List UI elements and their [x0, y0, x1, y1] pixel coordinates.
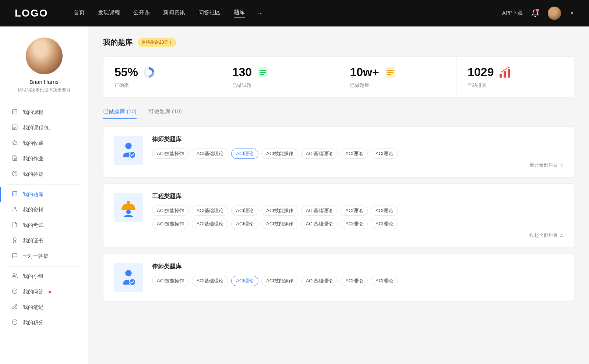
page-header: 我的题库 体验剩余23天！	[103, 38, 574, 47]
svg-rect-12	[13, 192, 17, 196]
sidebar-item-qa[interactable]: 我的答疑	[0, 167, 88, 182]
sidebar-item-coursepackage[interactable]: 我的课程包...	[0, 120, 88, 136]
svg-point-42	[125, 270, 131, 276]
tag-lawyer-1-0[interactable]: ACI技能操作	[152, 149, 189, 159]
stat-ranking-label: 全站排名	[468, 82, 563, 89]
tag-eng-r2-0[interactable]: ACI技能操作	[152, 219, 189, 229]
app-download-link[interactable]: APP下载	[502, 10, 523, 17]
sidebar-label-group: 我的小组	[23, 273, 43, 280]
tag-lawyer-1-5[interactable]: ACI理论	[341, 149, 368, 159]
tag-lawyer-2-4[interactable]: ACI基础理论	[301, 276, 338, 286]
sidebar-item-exam[interactable]: 我的考试	[0, 218, 88, 233]
nav-link-discover[interactable]: 发现课程	[98, 9, 120, 18]
user-name: Brian Harris	[29, 79, 59, 85]
stat-accuracy-top: 55%	[114, 65, 210, 79]
tag-lawyer-1-2[interactable]: ACI理论	[231, 149, 258, 159]
svg-rect-28	[260, 74, 264, 75]
tag-lawyer-1-1[interactable]: ACI基础理论	[192, 149, 229, 159]
svg-rect-26	[260, 70, 266, 71]
tag-eng-r1-0[interactable]: ACI技能操作	[152, 206, 189, 216]
tag-lawyer-1-4[interactable]: ACI基础理论	[301, 149, 338, 159]
qbank-body-lawyer-1: 律师类题库 ACI技能操作 ACI基础理论 ACI理论 ACI技能操作 ACI基…	[152, 136, 564, 168]
nav-link-qa[interactable]: 问答社区	[198, 9, 221, 18]
qbank-card-lawyer-2: 律师类题库 ACI技能操作 ACI基础理论 ACI理论 ACI技能操作 ACI基…	[103, 254, 574, 301]
sidebar-item-favorites[interactable]: 我的收藏	[0, 136, 88, 151]
tag-eng-r2-4[interactable]: ACI基础理论	[301, 219, 338, 229]
stat-done-questions-top: 130	[232, 65, 328, 79]
sidebar-label-mycourse: 我的课程	[23, 109, 43, 116]
nav-link-news[interactable]: 新闻资讯	[163, 9, 185, 18]
nav-link-open-course[interactable]: 公开课	[133, 9, 150, 18]
sidebar-label-qa: 我的答疑	[23, 171, 43, 178]
expand-link-lawyer-1[interactable]: 展开全部科目 ∨	[529, 162, 564, 168]
nav-link-qbank[interactable]: 题库	[234, 9, 245, 18]
tag-lawyer-2-2[interactable]: ACI理论	[231, 276, 258, 286]
tab-available-banks[interactable]: 可做题库 (10)	[148, 108, 182, 119]
sidebar-label-profile: 我的资料	[23, 207, 43, 213]
sidebar-item-qbank[interactable]: 我的题库	[0, 187, 88, 202]
ranking-icon	[498, 66, 511, 79]
tag-lawyer-1-3[interactable]: ACI技能操作	[261, 149, 298, 159]
sidebar-divider-2	[7, 266, 81, 267]
sidebar-item-certificate[interactable]: 我的证书	[0, 233, 88, 249]
qbank-tags-engineer-row2: ACI技能操作 ACI基础理论 ACI理论 ACI技能操作 ACI基础理论 AC…	[152, 219, 564, 229]
tag-eng-r1-1[interactable]: ACI基础理论	[192, 206, 229, 216]
tag-eng-r2-1[interactable]: ACI基础理论	[192, 219, 229, 229]
sidebar-item-homework[interactable]: 我的作业	[0, 151, 88, 167]
user-menu-chevron[interactable]: ▼	[570, 11, 574, 16]
stat-done-questions: 130 已做试题	[221, 57, 339, 97]
myqa-notification-dot	[49, 291, 51, 293]
tag-lawyer-2-3[interactable]: ACI技能操作	[261, 276, 298, 286]
tag-eng-r2-5[interactable]: ACI理论	[341, 219, 368, 229]
svg-rect-33	[500, 74, 502, 78]
done-banks-icon	[384, 66, 397, 79]
stat-done-questions-label: 已做试题	[232, 82, 328, 89]
tag-eng-r2-6[interactable]: ACI理论	[371, 219, 398, 229]
sidebar-label-points: 我的积分	[23, 320, 43, 326]
stat-ranking: 1029 全站排名	[456, 57, 574, 97]
tag-eng-r1-4[interactable]: ACI基础理论	[301, 206, 338, 216]
top-navigation: LOGO 首页 发现课程 公开课 新闻资讯 问答社区 题库 ··· APP下载 …	[0, 0, 589, 26]
qbank-footer-lawyer-1: 展开全部科目 ∨	[152, 162, 564, 168]
tag-lawyer-1-6[interactable]: ACI理论	[371, 149, 398, 159]
sidebar-item-1on1qa[interactable]: 一对一答疑	[0, 249, 88, 264]
sidebar-label-myqa: 我的问答	[23, 289, 43, 295]
profile-icon	[11, 206, 18, 214]
tag-eng-r1-5[interactable]: ACI理论	[341, 206, 368, 216]
qbank-icon-lawyer-2	[114, 263, 143, 292]
course-icon	[11, 109, 18, 116]
main-layout: Brian Harris 错误的决定比没有决定要好 我的课程 我的课程包...	[0, 26, 589, 364]
svg-rect-30	[387, 70, 394, 71]
user-avatar[interactable]	[548, 7, 561, 20]
sidebar-item-group[interactable]: 我的小组	[0, 269, 88, 284]
sidebar-item-profile[interactable]: 我的资料	[0, 202, 88, 218]
nav-link-more[interactable]: ···	[258, 10, 263, 17]
sidebar-label-1on1qa: 一对一答疑	[23, 253, 49, 260]
sidebar-item-notes[interactable]: 我的笔记	[0, 300, 88, 315]
tag-eng-r1-2[interactable]: ACI理论	[231, 206, 258, 216]
collapse-link-engineer[interactable]: 收起全部科目 ∧	[529, 232, 564, 239]
tag-lawyer-2-6[interactable]: ACI理论	[371, 276, 398, 286]
qbank-icon-lawyer-1	[114, 136, 143, 165]
homework-icon	[11, 155, 18, 163]
svg-point-36	[508, 67, 509, 68]
sidebar-item-myqa[interactable]: 我的问答	[0, 284, 88, 300]
sidebar-item-mycourse[interactable]: 我的课程	[0, 105, 88, 120]
tag-eng-r1-3[interactable]: ACI技能操作	[261, 206, 298, 216]
qbank-icon-engineer	[114, 193, 143, 222]
nav-link-home[interactable]: 首页	[74, 9, 85, 18]
tag-eng-r2-2[interactable]: ACI理论	[231, 219, 258, 229]
stat-done-banks-top: 10w+	[350, 65, 445, 79]
notification-bell[interactable]	[530, 8, 540, 18]
stat-accuracy: 55% 正确率	[103, 57, 221, 97]
sidebar-item-points[interactable]: 我的积分	[0, 315, 88, 331]
tag-eng-r1-6[interactable]: ACI理论	[371, 206, 398, 216]
avatar	[26, 38, 63, 74]
tag-lawyer-2-5[interactable]: ACI理论	[341, 276, 368, 286]
sidebar-label-notes: 我的笔记	[23, 304, 43, 311]
tab-done-banks[interactable]: 已做题库 (10)	[103, 108, 137, 119]
tag-lawyer-2-1[interactable]: ACI基础理论	[192, 276, 229, 286]
tag-lawyer-2-0[interactable]: ACI技能操作	[152, 276, 189, 286]
tag-eng-r2-3[interactable]: ACI技能操作	[261, 219, 298, 229]
coursepackage-icon	[11, 124, 18, 132]
